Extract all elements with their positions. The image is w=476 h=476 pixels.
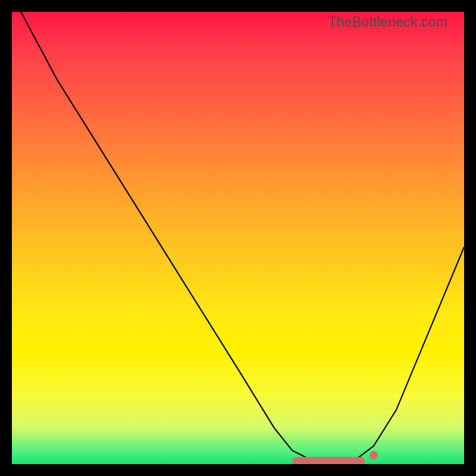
bottleneck-curve <box>12 12 464 464</box>
ideal-range-indicator <box>292 457 365 464</box>
chart-frame: TheBottleneck.com <box>0 0 476 476</box>
ideal-point-marker <box>369 451 378 459</box>
plot-area: TheBottleneck.com <box>12 12 464 464</box>
